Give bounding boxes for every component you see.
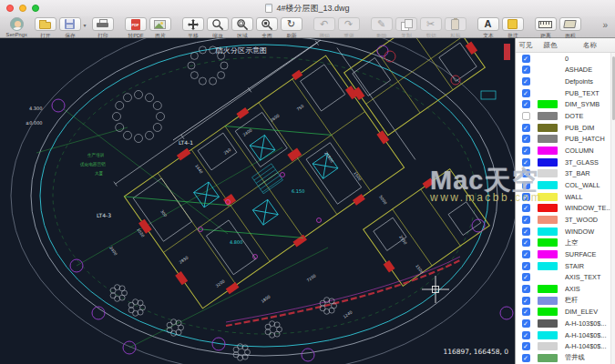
cad-drawing[interactable]: 防火分区示意图LT4-1LT4-36.1504.8004.300±0.000生产… xyxy=(0,38,515,364)
toolbar-button-save-floppy[interactable]: ▾保存 xyxy=(57,17,82,40)
layer-row[interactable]: ✓AXIS xyxy=(516,283,610,295)
layer-row[interactable]: ✓ASHADE xyxy=(516,65,610,76)
layer-row[interactable]: ✓栏杆 xyxy=(516,295,610,307)
toolbar-button-refresh[interactable]: ↻刷新 xyxy=(279,17,303,40)
printer-icon[interactable] xyxy=(92,17,114,31)
layer-visibility-checkbox[interactable]: ✓ xyxy=(522,55,530,63)
layer-row[interactable]: ✓DIM_ELEV xyxy=(516,306,610,318)
layer-row[interactable]: ✓COLUMN xyxy=(516,145,610,157)
close-button[interactable] xyxy=(6,5,14,12)
layer-visibility-checkbox[interactable]: ✓ xyxy=(522,250,530,258)
toolbar-button-printer[interactable]: 打印 xyxy=(90,17,115,40)
layer-visibility-checkbox[interactable]: ✓ xyxy=(522,181,530,189)
zoom-window-button[interactable] xyxy=(32,5,39,12)
layer-row[interactable]: ✓3T_GLASS xyxy=(516,157,610,168)
layer-visibility-checkbox[interactable]: ✓ xyxy=(522,89,530,97)
layer-row[interactable]: ✓COL_WALL xyxy=(516,179,610,191)
layer-row[interactable]: ✓AXIS_TEXT xyxy=(516,271,610,283)
note-icon[interactable] xyxy=(502,17,524,31)
layer-row[interactable]: ✓Defpoints xyxy=(516,76,610,87)
layer-name: PUB_HATCH xyxy=(565,135,610,143)
drawing-canvas[interactable]: 防火分区示意图LT4-1LT4-36.1504.8004.300±0.000生产… xyxy=(0,38,515,364)
layer-row[interactable]: ✓STAIR xyxy=(516,260,610,272)
toolbar-button-note[interactable]: 批注 xyxy=(500,17,525,40)
toolbar-button-zoom-extents[interactable]: 全图 xyxy=(254,17,279,40)
layer-name: A-H-104$0$... xyxy=(565,331,610,339)
layer-row[interactable]: ✓管井线 xyxy=(516,352,610,364)
layer-row[interactable]: ✓3T_BAR xyxy=(516,168,610,180)
layer-row[interactable]: ✓SURFACE xyxy=(516,248,610,260)
measure-area-icon[interactable] xyxy=(559,17,581,31)
layer-row[interactable]: ✓PUB_DIM xyxy=(516,122,610,134)
layer-panel-scrollbar[interactable] xyxy=(610,53,615,364)
layer-row[interactable]: ✓PUB_HATCH xyxy=(516,134,610,146)
toolbar-button-image-export[interactable]: 图片 xyxy=(148,17,172,40)
layer-visibility-checkbox[interactable]: ✓ xyxy=(522,228,530,236)
layer-row[interactable]: ✓DIM_SYMB xyxy=(516,99,610,111)
layer-visibility-checkbox[interactable]: ✓ xyxy=(522,204,530,212)
toolbar-button-zoom-region[interactable]: 区域 xyxy=(230,17,254,40)
layer-row[interactable]: ✓DOTE xyxy=(516,110,610,122)
layer-visibility-checkbox[interactable]: ✓ xyxy=(522,135,530,143)
layer-visibility-checkbox[interactable]: ✓ xyxy=(522,238,530,247)
layer-visibility-checkbox[interactable]: ✓ xyxy=(522,297,530,305)
layer-name: COL_WALL xyxy=(565,181,610,189)
svg-text:LT4-3: LT4-3 xyxy=(97,212,111,218)
refresh-icon[interactable]: ↻ xyxy=(281,17,302,31)
layer-row[interactable]: ✓A-H-104$0$... xyxy=(516,329,610,341)
layer-visibility-checkbox[interactable]: ✓ xyxy=(522,342,530,350)
layer-row[interactable]: ✓WINDOW xyxy=(516,226,610,238)
image-export-icon[interactable] xyxy=(149,17,171,31)
pdf-icon[interactable] xyxy=(125,17,147,31)
layer-row[interactable]: ✓A-H-103$0$... xyxy=(516,318,610,329)
layer-visibility-checkbox[interactable]: ✓ xyxy=(522,124,530,132)
layer-visibility-checkbox[interactable]: ✓ xyxy=(522,169,530,177)
layer-visibility-checkbox[interactable]: ✓ xyxy=(522,354,530,362)
zoom-extents-icon[interactable] xyxy=(256,17,278,31)
layer-visibility-checkbox[interactable]: ✓ xyxy=(522,331,530,339)
layer-row[interactable]: ✓PUB_TEXT xyxy=(516,87,610,99)
layer-visibility-checkbox[interactable]: ✓ xyxy=(522,158,530,167)
layer-name: 3T_GLASS xyxy=(565,158,610,167)
toolbar-button-pdf[interactable]: 转PDF xyxy=(123,17,148,40)
toolbar-button-measure-distance[interactable]: 距离 xyxy=(533,17,558,40)
toolbar-button-zoom[interactable]: 缩放 xyxy=(205,17,230,40)
minimize-button[interactable] xyxy=(19,5,26,12)
layer-visibility-checkbox[interactable]: ✓ xyxy=(522,285,530,293)
layer-row[interactable]: ✓0 xyxy=(516,53,610,65)
layer-row[interactable]: ✓3T_WOOD xyxy=(516,214,610,226)
layer-visibility-checkbox[interactable]: ✓ xyxy=(522,319,530,328)
layer-visibility-checkbox[interactable]: ✓ xyxy=(522,147,530,155)
layer-visibility-checkbox[interactable]: ✓ xyxy=(522,66,530,74)
layer-row[interactable]: ✓WINDOW_TE... xyxy=(516,203,610,215)
layer-color-swatch xyxy=(538,100,558,108)
layer-visibility-checkbox[interactable]: ✓ xyxy=(522,112,530,120)
toolbar-button-measure-area[interactable]: 面积 xyxy=(558,17,582,40)
layer-visibility-checkbox[interactable]: ✓ xyxy=(522,216,530,224)
folder-open-icon[interactable] xyxy=(35,17,56,31)
layer-row[interactable]: ✓WALL xyxy=(516,191,610,203)
toolbar-button-pan[interactable]: 平移 xyxy=(180,17,205,40)
zoom-icon[interactable] xyxy=(207,17,229,31)
user-avatar-icon[interactable] xyxy=(10,17,24,31)
layer-visibility-checkbox[interactable]: ✓ xyxy=(522,262,530,270)
layer-row[interactable]: ✓A-H-104$0$... xyxy=(516,340,610,352)
layer-row[interactable]: ✓上空 xyxy=(516,238,610,249)
copy-icon xyxy=(395,17,417,31)
save-dropdown-caret[interactable]: ▾ xyxy=(83,22,86,28)
toolbar-overflow-chevron[interactable]: » xyxy=(602,20,608,30)
zoom-region-icon[interactable] xyxy=(231,17,253,31)
layer-visibility-checkbox[interactable]: ✓ xyxy=(522,193,530,201)
layer-visibility-checkbox[interactable]: ✓ xyxy=(522,273,530,281)
user-account[interactable]: SenPngx xyxy=(0,17,33,37)
layer-visibility-checkbox[interactable]: ✓ xyxy=(522,77,530,86)
pan-icon[interactable] xyxy=(182,17,204,31)
layer-name: AXIS xyxy=(565,285,610,293)
toolbar-button-folder-open[interactable]: 打开 xyxy=(33,17,57,40)
toolbar-button-text[interactable]: A文本 xyxy=(476,17,500,40)
save-floppy-icon[interactable]: ▾ xyxy=(59,17,81,31)
layer-visibility-checkbox[interactable]: ✓ xyxy=(522,100,530,108)
layer-visibility-checkbox[interactable]: ✓ xyxy=(522,308,530,316)
measure-distance-icon[interactable] xyxy=(535,17,557,31)
text-icon[interactable]: A xyxy=(477,17,499,31)
